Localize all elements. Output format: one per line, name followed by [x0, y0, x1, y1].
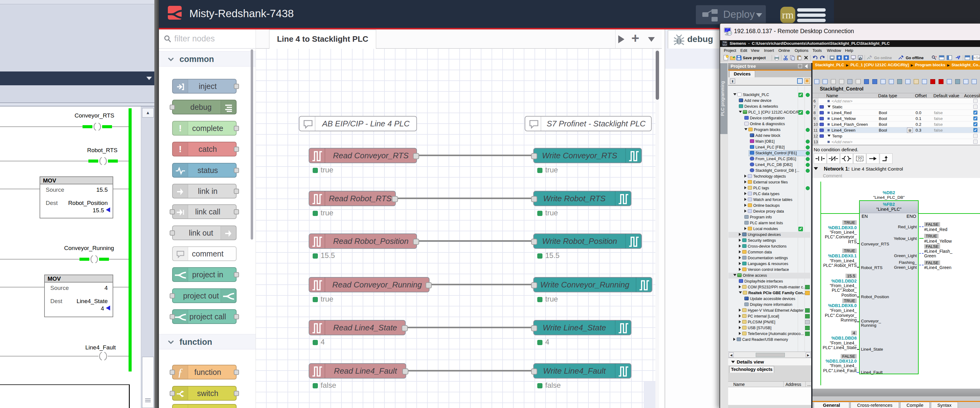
svg-text:??: ?? [858, 157, 862, 161]
svg-text:?: ? [935, 56, 937, 58]
svg-text:RT: RT [859, 58, 862, 60]
